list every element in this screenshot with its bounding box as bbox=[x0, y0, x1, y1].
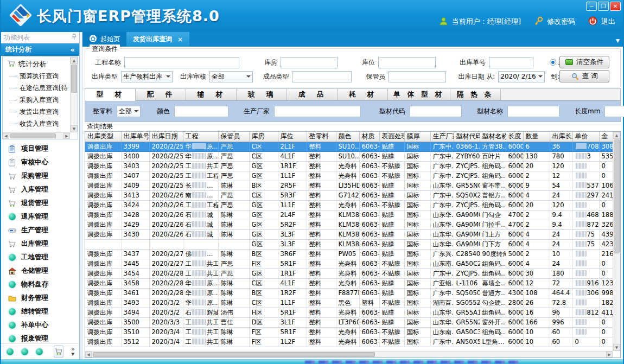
table-row[interactable]: 调拨出库34582020/2/28华原…陈琳C区4L1F整料光身料6063-T5… bbox=[85, 278, 619, 288]
sidebar-item-3[interactable]: 入库管理 bbox=[1, 183, 79, 196]
col-header-9[interactable]: 材质 bbox=[359, 132, 379, 142]
panel-header[interactable]: 统计分析 « bbox=[1, 43, 79, 56]
col-header-10[interactable]: 表面处理 bbox=[379, 132, 404, 142]
table-row[interactable]: 调拨出库34452020/2/27工共工程严思F区5R1F整料光身料6063-T… bbox=[85, 259, 619, 269]
tree-item-0[interactable]: 预算执行查询 bbox=[3, 70, 70, 82]
date-from-select[interactable]: 2020/ 2/16 bbox=[498, 71, 544, 82]
col-header-17[interactable]: 出库长度 bbox=[550, 132, 572, 142]
sidebar-item-13[interactable]: 补单中心 bbox=[1, 318, 79, 332]
sidebar-item-6[interactable]: 生产管理 bbox=[1, 223, 79, 237]
col-header-2[interactable]: 出库日期 bbox=[149, 132, 183, 142]
table-row[interactable]: G区3L3F整料KLM38176063-T5贴膜国标山东华…GA90M09…门下… bbox=[85, 239, 619, 249]
col-header-4[interactable]: 保管员 bbox=[218, 132, 249, 142]
sidebar-item-12[interactable]: 结转管理 bbox=[1, 305, 79, 318]
scroll-up-icon[interactable]: ▲ bbox=[613, 132, 620, 139]
col-header-12[interactable]: 生产厂家 bbox=[430, 132, 454, 142]
clear-conditions-button[interactable]: 清空条件 bbox=[559, 56, 609, 68]
table-row[interactable]: 调拨出库34032020/2/25工共工程严思G区1R1F整料光身料6063-T… bbox=[85, 161, 619, 171]
table-row[interactable]: 调拨出库35122020/3/4工共工程陈琳F区1L2F整料光身料6063-T5… bbox=[85, 337, 619, 347]
collapse-icon[interactable]: « bbox=[71, 46, 75, 54]
scroll-up-icon[interactable]: ▲ bbox=[71, 57, 78, 64]
subtab-3[interactable]: 玻 璃 bbox=[237, 89, 287, 100]
location-input[interactable] bbox=[378, 57, 436, 68]
color-input[interactable] bbox=[174, 106, 228, 117]
sidebar-item-4[interactable]: 退货管理 bbox=[1, 196, 79, 210]
table-row[interactable]: 调拨出库34302020/2/26石城陈琳G区3L3F整料KLM38176063… bbox=[85, 229, 619, 239]
sidebar-item-11[interactable]: 财务管理 bbox=[1, 291, 79, 305]
table-row[interactable]: 调拨出库34002020/2/25华原…严思C区4L1F整料SU10…6063-… bbox=[85, 151, 619, 161]
out-type-select[interactable]: 生产领料出库 bbox=[121, 71, 173, 82]
subtab-6[interactable]: 单 体 型 材 bbox=[388, 89, 450, 100]
footer-circle-icon[interactable] bbox=[21, 348, 28, 355]
table-row[interactable]: 调拨出库34072020/2/25工工程严思G区1L1F整料光身料6063-T5… bbox=[85, 171, 619, 181]
subtab-7[interactable]: 隔 热 条 bbox=[450, 89, 501, 100]
tab-list-caret-icon[interactable]: ▼ bbox=[616, 38, 620, 43]
table-row[interactable]: 调拨出库34942020/3/2石辉城汤伟H区5R1F整料光身料6063-T5贴… bbox=[85, 308, 619, 317]
tree-item-2[interactable]: 采购入库查询 bbox=[3, 94, 70, 106]
sidebar-item-14[interactable]: 报废管理 bbox=[1, 332, 79, 343]
table-row[interactable]: 调拨出库34242020/2/26工工程严思G区1L1F整料光身料6063-T5… bbox=[85, 200, 619, 210]
tree-vertical-scrollbar[interactable]: ▲ ▼ bbox=[70, 57, 78, 132]
tree-vscroll-thumb[interactable] bbox=[71, 65, 77, 93]
sidebar-item-9[interactable]: 仓储管理 bbox=[1, 264, 79, 278]
length-input[interactable] bbox=[604, 106, 624, 117]
profile-code-input[interactable] bbox=[410, 106, 462, 117]
col-header-5[interactable]: 库房 bbox=[249, 132, 278, 142]
table-row[interactable]: 调拨出库34542020/2/28工共工程严思G区1R1F整料光身料6063-T… bbox=[85, 269, 619, 278]
table-row[interactable]: 调拨出库34932020/3/2华原…陈琳C区1L1F整料黑色塑料不贴膜国标湖南… bbox=[85, 298, 619, 308]
table-row[interactable]: 调拨出库34372020/2/27佛…陈琳B区3R6F整料PW056063-T5… bbox=[85, 249, 619, 259]
tree-item-3[interactable]: 发货出库查询 bbox=[3, 106, 70, 118]
search-button[interactable]: 查 询 bbox=[559, 70, 609, 82]
whole-part-select[interactable]: 全部 bbox=[117, 106, 141, 117]
table-hscroll-thumb[interactable] bbox=[93, 352, 375, 357]
table-row[interactable]: 调拨出库34612020/2/28华原…陈琳B区1R2F整料F8877FT606… bbox=[85, 288, 619, 298]
col-header-0[interactable]: 出库类型 bbox=[85, 132, 121, 142]
col-header-1[interactable]: 出库单号 bbox=[121, 132, 149, 142]
col-header-6[interactable]: 库位 bbox=[278, 132, 307, 142]
tree-root-item[interactable]: 统计分析 bbox=[3, 58, 70, 70]
scroll-right-icon[interactable]: ▶ bbox=[63, 133, 70, 139]
col-header-14[interactable]: 型材名称 bbox=[480, 132, 506, 142]
profile-name-input[interactable] bbox=[507, 106, 559, 117]
subtab-2[interactable]: 辅 材 bbox=[186, 89, 237, 100]
col-header-13[interactable]: 型材代码 bbox=[454, 132, 480, 142]
subtab-1[interactable]: 配 件 bbox=[136, 89, 186, 100]
table-row[interactable]: 调拨出库33992020/2/25华原…严思C区2L1F整料SU10…6063-… bbox=[85, 142, 619, 151]
tab-close-icon[interactable]: × bbox=[177, 36, 183, 43]
manufacturer-input[interactable] bbox=[274, 106, 361, 117]
col-header-16[interactable]: 数量 bbox=[523, 132, 550, 142]
tree-horizontal-scrollbar[interactable]: ◀ ▶ bbox=[3, 132, 70, 139]
table-vscroll-thumb[interactable] bbox=[614, 139, 620, 253]
logout-link[interactable]: 退出 bbox=[601, 17, 615, 27]
tree-item-4[interactable]: 收货入库查询 bbox=[3, 118, 70, 130]
sidebar-item-2[interactable]: 采购管理 bbox=[1, 169, 79, 183]
table-vertical-scrollbar[interactable]: ▲ ▼ bbox=[613, 132, 620, 351]
audit-select[interactable]: 全部 bbox=[209, 71, 253, 82]
footer-cart-button[interactable] bbox=[54, 345, 63, 358]
table-horizontal-scrollbar[interactable]: ◀ ▶ bbox=[85, 351, 613, 357]
minimize-button[interactable]: ─ bbox=[586, 2, 597, 11]
subtab-0[interactable]: 型 材 bbox=[85, 89, 136, 101]
table-row[interactable]: 调拨出库34282020/2/26石城陈琳G区2L4F整料KLM38176063… bbox=[85, 210, 619, 220]
sidebar-item-0[interactable]: 项目管理 bbox=[1, 142, 79, 156]
footer-circle-icon[interactable] bbox=[7, 348, 14, 355]
tree-hscroll-thumb[interactable] bbox=[10, 133, 56, 138]
close-button[interactable]: ✕ bbox=[610, 2, 621, 11]
col-header-18[interactable]: 单价 bbox=[572, 132, 599, 142]
subtab-5[interactable]: 耗 材 bbox=[338, 89, 388, 100]
table-row[interactable]: 调拨出库34132020/2/26南…严思C区5R3F整料G714226063-… bbox=[85, 190, 619, 200]
sidebar-item-5[interactable]: 退库管理 bbox=[1, 210, 79, 223]
project-name-input[interactable] bbox=[124, 57, 239, 68]
pin-icon[interactable] bbox=[72, 34, 77, 42]
table-row[interactable]: 调拨出库35102020/3/4工共工程陈琳F区5R1F整料光身料6063-T5… bbox=[85, 327, 619, 337]
scroll-down-icon[interactable]: ▼ bbox=[71, 125, 78, 132]
col-header-3[interactable]: 工程 bbox=[183, 132, 218, 142]
scroll-left-icon[interactable]: ◀ bbox=[3, 133, 9, 139]
col-header-11[interactable]: 膜厚 bbox=[404, 132, 430, 142]
product-type-input[interactable] bbox=[292, 71, 352, 82]
table-row[interactable]: 调拨出库35002020/3/3工共工程曹佳D区3L1F整料LT3P606063… bbox=[85, 317, 619, 327]
tree-item-1[interactable]: 在途信息查询[待 bbox=[3, 82, 70, 94]
table-row[interactable]: 调拨出库34092020/2/25长…陈琳B区2R5F整料LI35HD6063-… bbox=[85, 181, 619, 190]
sidebar-item-8[interactable]: 工地管理 bbox=[1, 251, 79, 264]
maximize-button[interactable]: ❐ bbox=[598, 2, 609, 11]
